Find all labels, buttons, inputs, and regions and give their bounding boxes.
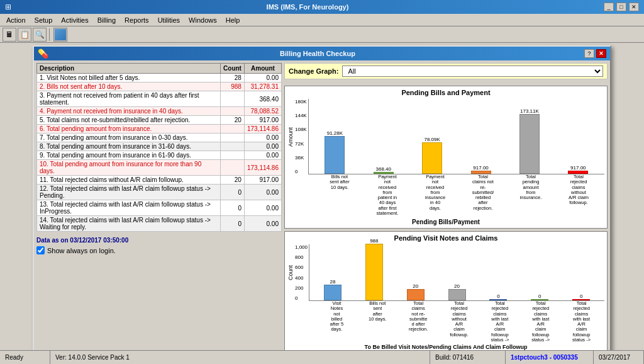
title-bar: ⊞ IMS (IMS, For Neurology) _ □ ✕ — [0, 0, 644, 14]
chart1-y-ticks: 180K144K108K72K36K0 — [295, 99, 308, 174]
dialog-title-bar: 💊 Billing Health Checkup ? ✕ — [34, 47, 610, 60]
chart1-bar-label: Payment not received from patient in 40 … — [365, 174, 409, 216]
toolbar-btn-1[interactable]: 🖩 — [3, 28, 16, 42]
menu-reports[interactable]: Reports — [121, 16, 153, 25]
toolbar-btn-3[interactable]: 🔍 — [33, 28, 47, 42]
row-count — [221, 134, 245, 142]
table-row: 1. Visit Notes not billed after 5 days.2… — [37, 74, 282, 82]
chart1-bar-group: 78.09K — [409, 137, 454, 174]
toolbar-btn-2[interactable]: 📋 — [18, 28, 31, 42]
row-amount: 31,278.31 — [244, 82, 281, 91]
dialog-help-button[interactable]: ? — [584, 49, 594, 58]
toolbar-btn-4[interactable] — [52, 28, 69, 42]
app-icon: ⊞ — [5, 3, 11, 11]
dialog-close-button[interactable]: ✕ — [596, 49, 606, 58]
main-area: 💊 Billing Health Checkup ? ✕ Description… — [0, 43, 644, 350]
dialog-body: Description Count Amount 1. Visit Notes … — [34, 60, 610, 363]
chart2-bar-label: Visit Notes not billed after 5 days. — [319, 301, 355, 343]
chart2-bar-label: Total rejected claims without A/R claim … — [441, 301, 477, 343]
change-graph-row: Change Graph: All — [284, 63, 608, 79]
chart2-labels: Visit Notes not billed after 5 days.Bill… — [314, 301, 604, 343]
chart2-bar-group: 0 — [521, 293, 558, 300]
row-description: 3. Payment not received from patient in … — [37, 91, 221, 107]
chart1-bar-group: 173.11K — [507, 108, 552, 174]
chart2-bar — [324, 285, 341, 300]
row-amount: 0.00 — [244, 216, 281, 232]
chart1-bar-label: Total pending amount from insurance. — [509, 174, 553, 216]
row-amount: 78,088.52 — [244, 107, 281, 116]
chart2-bottom-label: To Be Billed Visit Notes/Pending Claims … — [287, 344, 604, 350]
row-description: 6. Total pending amount from insurance. — [37, 125, 221, 134]
chart2-bar-label: Total claims not re- submitte d after re… — [401, 301, 436, 343]
dialog-title: Billing Health Checkup — [280, 50, 355, 57]
chart2-bar — [365, 244, 383, 300]
col-header-count: Count — [221, 64, 245, 74]
chart2-y-ticks: 1,0008006004002000 — [295, 244, 309, 301]
status-date: 03/27/2017 — [594, 351, 644, 364]
dialog-controls: ? ✕ — [584, 49, 606, 58]
chart1-bars: 91.28K368.4078.09K917.00173.11K917.00 — [308, 99, 604, 174]
chart2-title: Pending Visit Notes and Claims — [287, 234, 604, 242]
menu-activities[interactable]: Activities — [57, 16, 92, 25]
row-count: 28 — [221, 74, 245, 82]
change-graph-label: Change Graph: — [289, 67, 338, 75]
chart2-bar — [407, 289, 425, 300]
row-count — [221, 107, 245, 116]
chart1-labels: Bills not sent after 10 days.Payment not… — [314, 174, 604, 216]
menu-help[interactable]: Help — [222, 16, 244, 25]
table-row: 5. Total claims not re-submitted/rebille… — [37, 116, 282, 125]
close-window-button[interactable]: ✕ — [629, 3, 639, 11]
chart2-bar-group: 0 — [480, 293, 516, 300]
table-row: 2. Bills not sent after 10 days.98831,27… — [37, 82, 282, 91]
row-description: 8. Total pending amount from insurance i… — [37, 142, 221, 151]
chart1-bottom-label: Pending Bills/Payment — [287, 219, 604, 225]
show-login-checkbox[interactable] — [36, 246, 45, 254]
chart2-bar-label: Total rejected claims with last A/R clai… — [482, 301, 518, 343]
menu-action[interactable]: Action — [3, 16, 30, 25]
row-amount: 0.00 — [244, 134, 281, 142]
row-amount: 0.00 — [244, 74, 281, 82]
menu-bar: Action Setup Activities Billing Reports … — [0, 14, 644, 26]
status-bar: Ready Ver: 14.0.0 Service Pack 1 Build: … — [0, 350, 644, 364]
row-amount: 917.00 — [244, 176, 281, 185]
chart1-bar — [422, 142, 442, 174]
row-count: 0 — [221, 185, 245, 200]
chart1-bar-group: 368.40 — [361, 166, 406, 174]
col-header-amount: Amount — [244, 64, 281, 74]
row-count: 20 — [221, 176, 245, 185]
chart1-bar-group: 917.00 — [458, 165, 503, 174]
row-count: 0 — [221, 200, 245, 216]
chart2-section: Pending Visit Notes and Claims Count 1,0… — [284, 231, 608, 360]
status-version: Ver: 14.0.0 Service Pack 1 — [50, 351, 430, 364]
chart1-bar — [325, 136, 345, 174]
row-description: 7. Total pending amount from insurance i… — [37, 134, 221, 142]
menu-billing[interactable]: Billing — [94, 16, 119, 25]
row-count — [221, 142, 245, 151]
change-graph-select[interactable]: All — [342, 65, 603, 77]
row-description: 13. Total rejected claims with last A/R … — [37, 200, 221, 216]
maximize-button[interactable]: □ — [616, 3, 626, 11]
row-count: 0 — [221, 216, 245, 232]
table-row: 12. Total rejected claims with last A/R … — [37, 185, 282, 200]
status-user: 1stpctouch3 - 0050335 — [506, 351, 594, 364]
table-row: 11. Total rejected claims without A/R cl… — [37, 176, 282, 185]
row-count — [221, 151, 245, 160]
chart2-bar-label: Total rejected claims with last A/R clai… — [564, 301, 599, 343]
data-date-label: Data as on 03/12/2017 03:50:00 — [36, 237, 282, 244]
menu-windows[interactable]: Windows — [185, 16, 221, 25]
table-row: 14. Total rejected claims with last A/R … — [37, 216, 282, 232]
menu-utilities[interactable]: Utilities — [154, 16, 184, 25]
row-amount: 0.00 — [244, 142, 281, 151]
menu-setup[interactable]: Setup — [31, 16, 57, 25]
row-amount: 173,114.86 — [244, 160, 281, 176]
row-count — [221, 160, 245, 176]
table-row: 8. Total pending amount from insurance i… — [37, 142, 282, 151]
row-amount: 0.00 — [244, 151, 281, 160]
chart2-bar-group: 28 — [314, 279, 351, 300]
chart1-bar-label: Total claims not re- submitted/ rebilled… — [461, 174, 505, 216]
chart1-section: Pending Bills and Payment Amount 180K144… — [284, 86, 608, 229]
minimize-button[interactable]: _ — [604, 3, 614, 11]
chart1-bar-label: Total rejected claims without A/R claim … — [557, 174, 601, 216]
chart2-bars: 289882020000 — [309, 244, 604, 301]
chart2-bar-group: 20 — [439, 283, 475, 300]
